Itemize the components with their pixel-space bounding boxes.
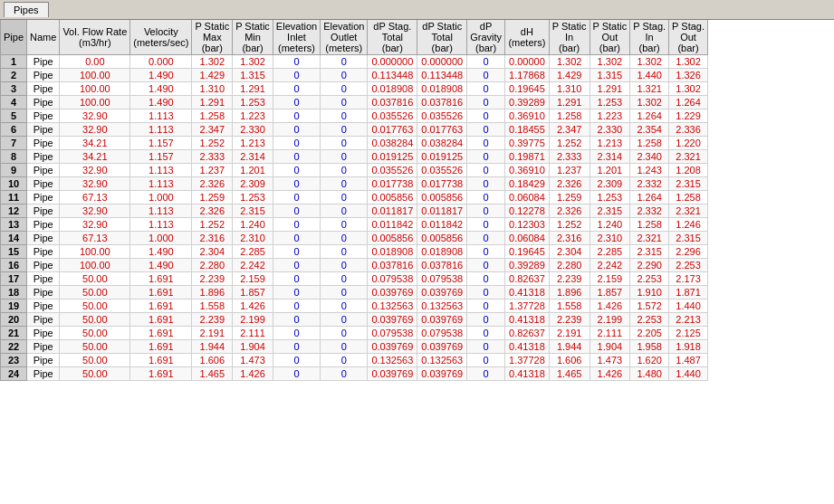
table-row: 20Pipe50.001.6912.2392.199000.0397690.03… [1, 313, 708, 327]
table-cell: 1.490 [130, 245, 192, 259]
table-row: 15Pipe100.001.4902.3042.285000.0189080.0… [1, 245, 708, 259]
table-cell: 0.41318 [505, 313, 550, 327]
table-cell: 0.017763 [417, 123, 467, 137]
table-cell: 0.019125 [417, 150, 467, 164]
table-cell: 0.132563 [368, 354, 417, 367]
table-cell: 2 [1, 69, 27, 82]
table-cell: 1.223 [590, 109, 630, 123]
table-cell: 0 [321, 177, 368, 191]
table-row: 6Pipe32.901.1132.3472.330000.0177630.017… [1, 123, 708, 137]
table-cell: Pipe [27, 272, 60, 286]
table-cell: 2.321 [669, 150, 708, 164]
table-cell: Pipe [27, 137, 60, 150]
table-cell: 1.490 [130, 82, 192, 96]
table-row: 19Pipe50.001.6911.5581.426000.1325630.13… [1, 300, 708, 313]
table-cell: 1.691 [130, 313, 192, 327]
table-cell: 1.252 [549, 218, 590, 232]
table-cell: 50.00 [60, 286, 130, 300]
table-cell: 2.310 [233, 232, 273, 245]
table-cell: 1.302 [233, 55, 273, 69]
table-cell: 0 [321, 232, 368, 245]
table-cell: 1.291 [549, 96, 590, 109]
table-cell: 1.208 [669, 164, 708, 177]
table-cell: 11 [1, 191, 27, 204]
table-cell: 0 [273, 354, 320, 367]
table-cell: 1.440 [669, 367, 708, 381]
table-cell: 2.332 [630, 177, 669, 191]
table-cell: 0 [467, 164, 505, 177]
col-pstaticmin: P StaticMin(bar) [233, 20, 273, 55]
table-cell: 0.079538 [368, 272, 417, 286]
table-cell: 2.199 [233, 313, 273, 327]
table-cell: 1.240 [233, 218, 273, 232]
table-cell: 22 [1, 340, 27, 354]
table-cell: 2.111 [233, 327, 273, 340]
table-cell: 1.291 [192, 96, 233, 109]
table-cell: 0 [467, 82, 505, 96]
table-cell: 1.113 [130, 109, 192, 123]
table-cell: 0 [273, 137, 320, 150]
table-cell: Pipe [27, 123, 60, 137]
table-cell: Pipe [27, 69, 60, 82]
table-cell: 0.037816 [368, 96, 417, 109]
table-cell: Pipe [27, 218, 60, 232]
table-cell: 1.958 [630, 340, 669, 354]
table-cell: 0.037816 [417, 96, 467, 109]
table-cell: 0 [273, 150, 320, 164]
table-row: 3Pipe100.001.4901.3101.291000.0189080.01… [1, 82, 708, 96]
table-cell: 16 [1, 259, 27, 272]
table-cell: 2.333 [192, 150, 233, 164]
table-cell: 1.223 [233, 109, 273, 123]
table-cell: 7 [1, 137, 27, 150]
table-cell: 1.258 [630, 218, 669, 232]
table-cell: 2.191 [192, 327, 233, 340]
table-cell: 1.264 [630, 191, 669, 204]
table-cell: 0.19645 [505, 82, 550, 96]
table-cell: Pipe [27, 354, 60, 367]
table-cell: 3 [1, 82, 27, 96]
table-cell: 6 [1, 123, 27, 137]
table-row: 10Pipe32.901.1132.3262.309000.0177380.01… [1, 177, 708, 191]
table-cell: 0 [321, 367, 368, 381]
col-pipe: Pipe [1, 20, 27, 55]
table-cell: 1.252 [192, 218, 233, 232]
table-cell: 1.264 [669, 96, 708, 109]
table-cell: 0 [467, 245, 505, 259]
table-cell: 1.000 [130, 232, 192, 245]
table-cell: 1.000 [130, 191, 192, 204]
table-cell: 0 [467, 300, 505, 313]
table-cell: 1.558 [549, 300, 590, 313]
table-cell: 1.258 [630, 137, 669, 150]
table-cell: 1.315 [233, 69, 273, 82]
table-cell: 5 [1, 109, 27, 123]
table-cell: 2.239 [192, 313, 233, 327]
table-cell: 1.302 [192, 55, 233, 69]
table-cell: 1.253 [590, 96, 630, 109]
table-cell: 1.490 [130, 69, 192, 82]
table-cell: 1.113 [130, 164, 192, 177]
table-container[interactable]: Pipe Name Vol. Flow Rate(m3/hr) Velocity… [0, 20, 834, 504]
table-cell: 0 [467, 232, 505, 245]
table-cell: 0.018908 [368, 245, 417, 259]
table-cell: Pipe [27, 164, 60, 177]
table-cell: 1.37728 [505, 300, 550, 313]
table-cell: 1.321 [630, 82, 669, 96]
table-cell: 0.011842 [368, 218, 417, 232]
table-cell: 0.12278 [505, 204, 550, 218]
table-cell: 0.018908 [368, 82, 417, 96]
table-cell: 1.229 [669, 109, 708, 123]
table-cell: 23 [1, 354, 27, 367]
table-cell: 21 [1, 327, 27, 340]
table-row: 8Pipe34.211.1572.3332.314000.0191250.019… [1, 150, 708, 164]
table-cell: 0.011817 [368, 204, 417, 218]
table-cell: 2.205 [630, 327, 669, 340]
table-cell: 2.336 [669, 123, 708, 137]
table-cell: 32.90 [60, 123, 130, 137]
table-cell: 2.354 [630, 123, 669, 137]
col-velocity: Velocity(meters/sec) [130, 20, 192, 55]
table-cell: 0 [467, 259, 505, 272]
table-row: 14Pipe67.131.0002.3162.310000.0058560.00… [1, 232, 708, 245]
table-cell: 0.039769 [417, 286, 467, 300]
table-cell: 1.291 [590, 82, 630, 96]
pipes-tab[interactable]: Pipes [4, 2, 49, 17]
